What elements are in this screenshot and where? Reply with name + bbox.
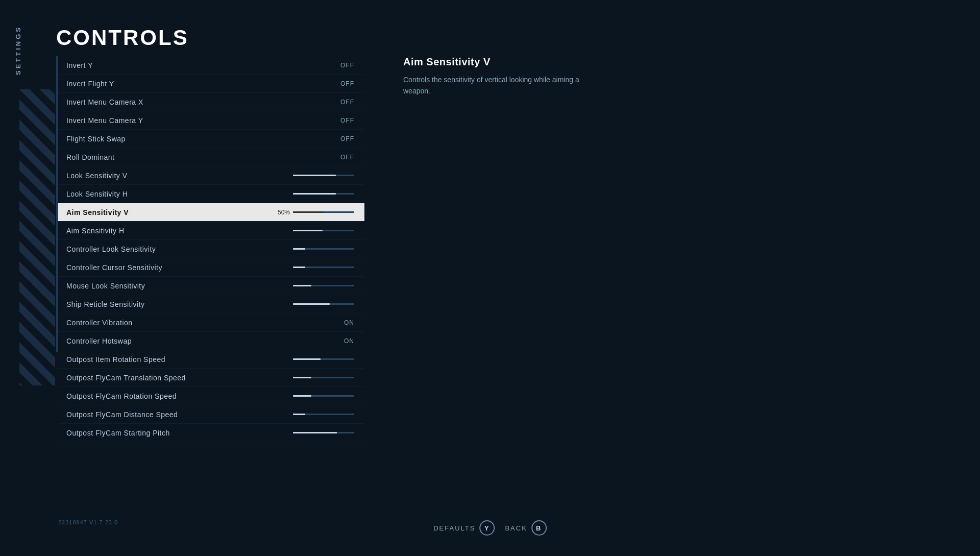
bottom-buttons: DEFAULTS Y BACK B — [433, 520, 547, 536]
slider-container — [293, 248, 354, 250]
setting-name: Outpost FlyCam Translation Speed — [66, 374, 186, 382]
setting-row[interactable]: Flight Stick SwapOFF — [58, 130, 364, 148]
back-button[interactable]: BACK B — [505, 520, 546, 536]
setting-row[interactable]: Controller Cursor Sensitivity — [58, 258, 364, 277]
slider-track[interactable] — [293, 358, 354, 360]
setting-name: Controller Vibration — [66, 319, 133, 327]
slider-fill — [293, 432, 337, 433]
defaults-label: DEFAULTS — [433, 524, 475, 532]
setting-name: Controller Hotswap — [66, 337, 132, 345]
slider-track[interactable] — [293, 395, 354, 397]
slider-track[interactable] — [293, 230, 354, 231]
setting-toggle-value: ON — [334, 337, 354, 345]
slider-track[interactable] — [293, 248, 354, 250]
setting-name: Mouse Look Sensitivity — [66, 282, 145, 290]
slider-fill — [293, 285, 311, 286]
defaults-button[interactable]: DEFAULTS Y — [433, 520, 495, 536]
slider-track[interactable] — [293, 377, 354, 378]
setting-name: Outpost FlyCam Rotation Speed — [66, 392, 177, 400]
slider-fill — [293, 377, 311, 378]
setting-row[interactable]: Controller HotswapON — [58, 332, 364, 350]
setting-row[interactable]: Controller Look Sensitivity — [58, 240, 364, 258]
slider-container — [293, 193, 354, 195]
setting-row[interactable]: Look Sensitivity H — [58, 185, 364, 203]
page-title: CONTROLS — [56, 26, 189, 50]
setting-name: Ship Reticle Sensitivity — [66, 300, 145, 308]
setting-row[interactable]: Invert YOFF — [58, 56, 364, 75]
info-title: Aim Sensitivity V — [403, 56, 658, 68]
setting-toggle-value: OFF — [334, 117, 354, 124]
setting-name: Invert Menu Camera X — [66, 98, 143, 106]
setting-name: Roll Dominant — [66, 153, 114, 161]
setting-name: Outpost FlyCam Starting Pitch — [66, 429, 170, 437]
slider-track[interactable] — [293, 303, 354, 305]
slider-container — [293, 303, 354, 305]
setting-row[interactable]: Invert Menu Camera XOFF — [58, 93, 364, 111]
slider-track[interactable] — [293, 432, 354, 433]
back-label: BACK — [505, 524, 527, 532]
setting-toggle-value: OFF — [334, 99, 354, 106]
slider-container — [293, 267, 354, 268]
slider-fill — [293, 230, 323, 231]
slider-container — [293, 285, 354, 286]
slider-fill — [293, 267, 305, 268]
info-description: Controls the sensitivity of vertical loo… — [403, 74, 597, 97]
slider-fill — [293, 303, 330, 305]
setting-name: Aim Sensitivity V — [66, 208, 129, 216]
back-key-circle: B — [531, 520, 547, 536]
setting-row[interactable]: Outpost FlyCam Distance Speed — [58, 405, 364, 424]
slider-track[interactable] — [293, 175, 354, 176]
setting-name: Controller Cursor Sensitivity — [66, 263, 162, 272]
slider-track[interactable] — [293, 193, 354, 195]
setting-name: Outpost FlyCam Distance Speed — [66, 410, 178, 419]
setting-name: Invert Y — [66, 61, 93, 69]
setting-toggle-value: OFF — [334, 135, 354, 142]
setting-row[interactable]: Look Sensitivity V — [58, 166, 364, 185]
defaults-key-circle: Y — [479, 520, 495, 536]
slider-fill — [293, 211, 324, 213]
setting-row[interactable]: Mouse Look Sensitivity — [58, 277, 364, 295]
setting-name: Outpost Item Rotation Speed — [66, 355, 165, 364]
setting-name: Invert Flight Y — [66, 80, 114, 88]
settings-sidebar-label: SETTINGS — [14, 26, 22, 75]
setting-name: Invert Menu Camera Y — [66, 116, 143, 125]
setting-toggle-value: ON — [334, 319, 354, 326]
setting-toggle-value: OFF — [334, 80, 354, 87]
setting-row[interactable]: Outpost FlyCam Starting Pitch — [58, 424, 364, 442]
slider-track[interactable] — [293, 414, 354, 415]
setting-name: Flight Stick Swap — [66, 135, 126, 143]
setting-row[interactable]: Aim Sensitivity H — [58, 222, 364, 240]
slider-container — [293, 175, 354, 176]
setting-row[interactable]: Controller VibrationON — [58, 313, 364, 332]
svg-rect-2 — [19, 89, 55, 385]
slider-container — [293, 414, 354, 415]
decorative-stripes — [19, 89, 55, 385]
slider-fill — [293, 175, 336, 176]
setting-name: Look Sensitivity H — [66, 190, 128, 198]
slider-container — [293, 377, 354, 378]
settings-panel: Invert YOFFInvert Flight YOFFInvert Menu… — [58, 56, 364, 442]
slider-container — [293, 230, 354, 231]
setting-row[interactable]: Invert Menu Camera YOFF — [58, 111, 364, 130]
slider-fill — [293, 358, 321, 360]
slider-fill — [293, 395, 311, 397]
slider-fill — [293, 414, 305, 415]
setting-row[interactable]: Roll DominantOFF — [58, 148, 364, 166]
slider-fill — [293, 248, 305, 250]
info-panel: Aim Sensitivity V Controls the sensitivi… — [403, 56, 658, 97]
setting-toggle-value: OFF — [334, 154, 354, 161]
setting-row[interactable]: Outpost FlyCam Translation Speed — [58, 369, 364, 387]
setting-name: Look Sensitivity V — [66, 172, 128, 180]
setting-row[interactable]: Ship Reticle Sensitivity — [58, 295, 364, 313]
setting-row[interactable]: Outpost FlyCam Rotation Speed — [58, 387, 364, 405]
setting-row[interactable]: Invert Flight YOFF — [58, 75, 364, 93]
slider-container — [293, 432, 354, 433]
slider-container — [293, 358, 354, 360]
slider-fill — [293, 193, 336, 195]
setting-row[interactable]: Outpost Item Rotation Speed — [58, 350, 364, 369]
setting-name: Aim Sensitivity H — [66, 227, 125, 235]
slider-track[interactable] — [293, 285, 354, 286]
slider-track[interactable] — [293, 267, 354, 268]
setting-row[interactable]: Aim Sensitivity V50% — [58, 203, 364, 222]
slider-track[interactable] — [293, 211, 354, 213]
